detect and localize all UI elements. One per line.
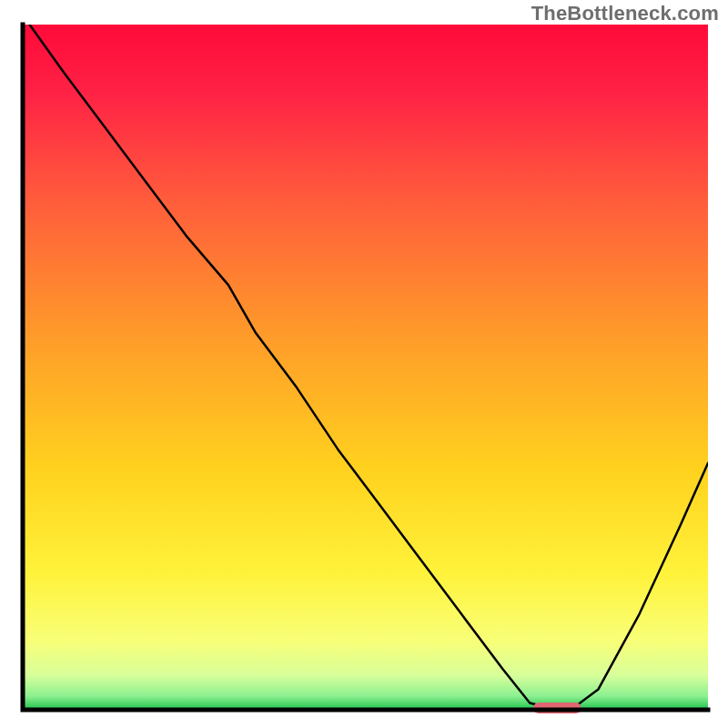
chart-stage: TheBottleneck.com bbox=[0, 0, 728, 728]
watermark-text: TheBottleneck.com bbox=[531, 2, 719, 25]
plot-background bbox=[23, 25, 708, 710]
bottleneck-chart bbox=[0, 0, 728, 728]
